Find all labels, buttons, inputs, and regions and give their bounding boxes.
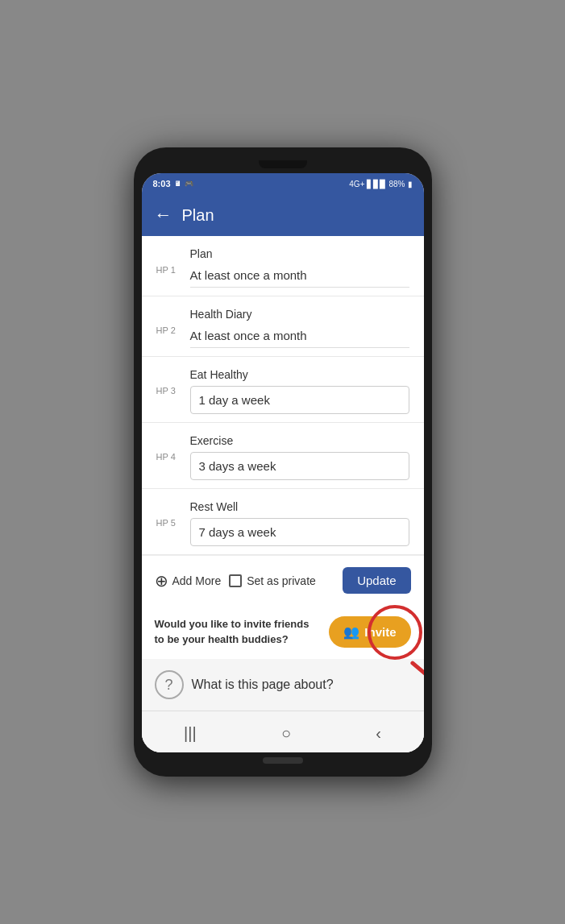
plan-item-1: HP 1 Plan At least once a month [142,236,424,296]
plan-label-5: Rest Well [190,500,409,513]
monitor-icon: 🖥 [174,180,181,188]
time-display: 8:03 [153,179,171,189]
plan-value-2: At least once a month [190,325,409,348]
plan-item-2: HP 2 Health Diary At least once a month [142,296,424,357]
nav-menu-button[interactable]: ||| [171,721,210,746]
plan-fields-2: Health Diary At least once a month [190,308,409,348]
invite-section: Would you like to invite friends to be y… [142,605,424,659]
help-section[interactable]: ? What is this page about? [142,659,424,711]
invite-button[interactable]: 👥 Invite [329,616,410,648]
exercise-input[interactable] [190,452,409,480]
battery-icon: ▮ [408,180,413,189]
invite-icon: 👥 [343,624,359,640]
invite-button-wrapper: 👥 Invite [329,616,410,648]
help-text: What is this page about? [192,677,334,692]
phone-frame: 8:03 🖥 🎮 4G+ ▋▊▉ 88% ▮ ← Plan HP 1 Plan [134,147,432,777]
nav-back-button[interactable]: ‹ [363,721,394,746]
signal-display: 4G+ [349,180,364,189]
eat-healthy-input[interactable] [190,386,409,414]
hp-label-1: HP 1 [156,247,182,275]
hp-label-2: HP 2 [156,308,182,335]
nav-home-button[interactable]: ○ [268,721,304,746]
phone-notch [259,160,307,168]
nav-bar: ||| ○ ‹ [142,711,424,752]
game-icon: 🎮 [185,180,193,188]
rest-well-input[interactable] [190,518,409,546]
invite-prompt-text: Would you like to invite friends to be y… [155,617,322,646]
plan-fields-1: Plan At least once a month [190,247,409,288]
add-more-label: Add More [172,574,222,587]
set-private-label[interactable]: Set as private [229,574,316,587]
action-bar: ⊕ Add More Set as private Update [142,555,424,605]
back-button[interactable]: ← [155,205,172,226]
hp-label-5: HP 5 [156,500,182,528]
plan-item-4: HP 4 Exercise [142,423,424,489]
plan-fields-5: Rest Well [190,500,409,546]
status-bar: 8:03 🖥 🎮 4G+ ▋▊▉ 88% ▮ [142,173,424,194]
plan-label-1: Plan [190,247,409,260]
content-area: HP 1 Plan At least once a month HP 2 Hea… [142,236,424,752]
status-icons: 4G+ ▋▊▉ 88% ▮ [349,180,412,189]
add-more-icon: ⊕ [155,571,168,590]
private-checkbox[interactable] [229,574,242,587]
plan-value-1: At least once a month [190,265,409,288]
plan-fields-3: Eat Healthy [190,368,409,414]
battery-display: 88% [388,180,405,189]
phone-screen: 8:03 🖥 🎮 4G+ ▋▊▉ 88% ▮ ← Plan HP 1 Plan [142,173,424,752]
help-icon: ? [155,670,184,699]
app-header: ← Plan [142,194,424,236]
hp-label-4: HP 4 [156,434,182,462]
add-more-button[interactable]: ⊕ Add More [155,571,222,590]
page-title: Plan [182,206,214,225]
plan-fields-4: Exercise [190,434,409,480]
hp-label-3: HP 3 [156,368,182,396]
signal-bars: ▋▊▉ [367,180,386,189]
update-button[interactable]: Update [343,567,410,594]
plan-label-3: Eat Healthy [190,368,409,381]
plan-label-4: Exercise [190,434,409,447]
invite-label: Invite [364,625,396,639]
private-text: Set as private [247,574,316,587]
plan-label-2: Health Diary [190,308,409,321]
phone-home-btn [263,757,303,764]
status-time: 8:03 🖥 🎮 [153,179,193,189]
plan-item-3: HP 3 Eat Healthy [142,357,424,423]
plan-item-5: HP 5 Rest Well [142,489,424,555]
